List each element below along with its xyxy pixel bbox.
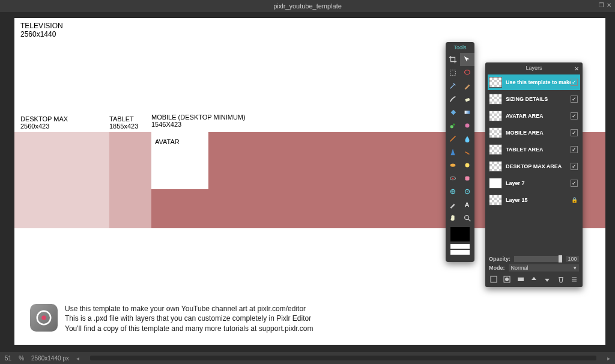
svg-point-10 bbox=[465, 163, 470, 168]
svg-point-16 bbox=[467, 191, 468, 192]
television-label: TELEVISION 2560x1440 bbox=[20, 22, 63, 38]
desktop-label: DESKTOP MAX 2560x423 bbox=[20, 115, 68, 130]
layer-thumbnail bbox=[489, 94, 502, 105]
layer-row[interactable]: DESKTOP MAX AREA✓ bbox=[488, 159, 580, 174]
layer-row[interactable]: AVATAR AREA✓ bbox=[488, 108, 580, 124]
close-icon[interactable]: ✕ bbox=[574, 64, 579, 74]
pencil-tool-icon[interactable] bbox=[460, 79, 474, 93]
replace-color-tool-icon[interactable] bbox=[460, 119, 474, 132]
layer-name: Layer 15 bbox=[506, 197, 571, 203]
window-close-icon[interactable]: ✕ bbox=[607, 2, 611, 8]
layer-thumbnail bbox=[489, 144, 502, 155]
lasso-tool-icon[interactable] bbox=[460, 66, 474, 79]
layer-name: MOBILE AREA bbox=[506, 130, 571, 136]
svg-rect-22 bbox=[518, 278, 524, 281]
new-layer-icon[interactable] bbox=[489, 275, 498, 284]
svg-rect-5 bbox=[465, 111, 470, 114]
delete-layer-icon[interactable] bbox=[556, 275, 566, 284]
pixlr-logo-icon bbox=[30, 304, 58, 332]
type-tool-icon[interactable]: A bbox=[460, 198, 474, 211]
svg-point-9 bbox=[450, 163, 456, 166]
svg-point-18 bbox=[465, 216, 469, 220]
tablet-label: TABLET 1855x423 bbox=[109, 115, 138, 130]
lock-icon[interactable]: 🔒 bbox=[571, 197, 578, 203]
opacity-value[interactable]: 100 bbox=[566, 256, 579, 262]
smudge-tool-icon[interactable] bbox=[460, 145, 474, 159]
svg-point-6 bbox=[450, 125, 453, 128]
marquee-tool-icon[interactable] bbox=[446, 66, 460, 79]
gradient-tool-icon[interactable] bbox=[460, 106, 474, 119]
layer-row[interactable]: SIZING DETAILS✓ bbox=[488, 91, 580, 107]
layer-row[interactable]: Use this template to make you✓ bbox=[488, 74, 580, 90]
layer-thumbnail bbox=[489, 77, 502, 88]
eyedropper-tool-icon[interactable] bbox=[446, 198, 460, 211]
layer-name: TABLET AREA bbox=[506, 147, 571, 153]
tools-title: Tools bbox=[446, 42, 474, 53]
visibility-checkbox[interactable]: ✓ bbox=[571, 146, 578, 153]
drawing-tool-icon[interactable] bbox=[446, 132, 460, 145]
svg-rect-13 bbox=[465, 177, 470, 181]
chevron-down-icon: ▾ bbox=[574, 265, 577, 271]
visibility-checkbox[interactable]: ✓ bbox=[571, 79, 578, 86]
bucket-tool-icon[interactable] bbox=[446, 106, 460, 119]
window-title: pixlr_youtube_template bbox=[273, 2, 342, 10]
horizontal-scrollbar[interactable] bbox=[90, 356, 596, 360]
layer-name: AVATAR AREA bbox=[506, 113, 571, 119]
svg-point-1 bbox=[41, 315, 46, 320]
layer-thumbnail bbox=[489, 111, 502, 121]
svg-point-8 bbox=[465, 124, 470, 128]
sharpen-tool-icon[interactable] bbox=[446, 145, 460, 159]
blend-mode-control: Mode: Normal▾ bbox=[485, 263, 583, 273]
spot-heal-tool-icon[interactable] bbox=[460, 172, 474, 185]
layer-name: Layer 7 bbox=[506, 180, 571, 186]
blend-mode-select[interactable]: Normal▾ bbox=[509, 264, 580, 271]
pinch-tool-icon[interactable] bbox=[460, 185, 474, 198]
layer-menu-icon[interactable] bbox=[569, 275, 579, 284]
layer-name: DESKTOP MAX AREA bbox=[506, 163, 571, 169]
eraser-tool-icon[interactable] bbox=[460, 93, 474, 106]
foreground-color-swatch[interactable] bbox=[450, 227, 470, 241]
visibility-checkbox[interactable]: ✓ bbox=[571, 180, 578, 187]
layer-up-icon[interactable] bbox=[529, 275, 539, 284]
blur-tool-icon[interactable] bbox=[460, 132, 474, 145]
titlebar: pixlr_youtube_template ❐ ✕ bbox=[0, 0, 615, 12]
mobile-label: MOBILE (DESKTOP MINIMUM) 1546X423 bbox=[151, 114, 246, 128]
opacity-slider[interactable] bbox=[514, 256, 562, 262]
redeye-tool-icon[interactable] bbox=[446, 172, 460, 185]
move-tool-icon[interactable] bbox=[460, 53, 474, 66]
visibility-checkbox[interactable]: ✓ bbox=[571, 163, 578, 170]
footer-info: Use this template to make your own YouTu… bbox=[30, 304, 313, 334]
layer-row[interactable]: Layer 15🔒 bbox=[488, 192, 580, 208]
layer-thumbnail bbox=[489, 195, 502, 205]
clone-tool-icon[interactable] bbox=[446, 119, 460, 132]
zoom-tool-icon[interactable] bbox=[460, 211, 474, 225]
crop-tool-icon[interactable] bbox=[446, 53, 460, 66]
bloat-tool-icon[interactable] bbox=[446, 185, 460, 198]
layer-row[interactable]: Layer 7✓ bbox=[488, 175, 580, 191]
hand-tool-icon[interactable] bbox=[446, 211, 460, 225]
wand-tool-icon[interactable] bbox=[446, 79, 460, 93]
svg-rect-2 bbox=[450, 70, 456, 76]
brush-tool-icon[interactable] bbox=[446, 93, 460, 106]
svg-point-3 bbox=[465, 70, 470, 74]
zoom-value[interactable]: 51 bbox=[5, 355, 11, 362]
visibility-checkbox[interactable]: ✓ bbox=[571, 96, 578, 103]
layer-down-icon[interactable] bbox=[542, 275, 552, 284]
layer-styles-icon[interactable] bbox=[516, 275, 526, 284]
layer-name: SIZING DETAILS bbox=[506, 96, 571, 102]
layer-row[interactable]: TABLET AREA✓ bbox=[488, 142, 580, 157]
window-restore-icon[interactable]: ❐ bbox=[599, 2, 604, 8]
layer-thumbnail bbox=[489, 127, 502, 138]
layers-panel: Layers ✕ Use this template to make you✓S… bbox=[485, 62, 583, 287]
color-swatch-area[interactable] bbox=[446, 225, 474, 258]
opacity-control: Opacity: 100 bbox=[485, 255, 583, 263]
layer-name: Use this template to make you bbox=[506, 79, 571, 85]
layer-row[interactable]: MOBILE AREA✓ bbox=[488, 125, 580, 141]
layer-mask-icon[interactable] bbox=[502, 275, 512, 284]
visibility-checkbox[interactable]: ✓ bbox=[571, 129, 578, 136]
sponge-tool-icon[interactable] bbox=[446, 159, 460, 172]
layer-thumbnail bbox=[489, 161, 502, 172]
visibility-checkbox[interactable]: ✓ bbox=[571, 112, 578, 120]
svg-point-21 bbox=[505, 278, 509, 281]
dodge-tool-icon[interactable] bbox=[460, 159, 474, 172]
